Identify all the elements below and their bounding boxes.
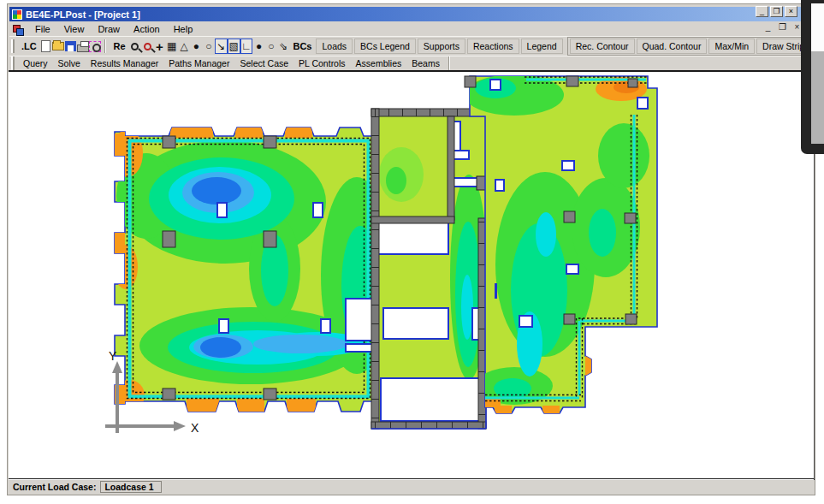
menu-bar: File View Draw Action Help _ ❐ × [9,22,813,36]
contour-plot: Y X [9,72,815,478]
select-case-button[interactable]: Select Case [234,57,293,69]
minimize-button[interactable]: _ [756,6,768,17]
zoom-select-icon [89,41,101,52]
load-case-value[interactable]: Loadcase 1 [100,481,161,493]
app-window: BE4E-PLPost - [Project 1] _ ❐ × File Vie… [7,3,815,495]
window-controls: _ ❐ × [756,6,797,17]
close-button[interactable]: × [785,6,797,17]
mdi-minimize-button[interactable]: _ [762,22,774,32]
load-case-label: Current Load Case: [13,482,96,492]
y-axis-label: Y [109,349,117,363]
page-icon [41,40,50,52]
magnifier-icon [131,43,139,50]
mdi-window-controls: _ ❐ × [762,22,803,32]
open-button[interactable] [52,39,64,54]
assemblies-button[interactable]: Assemblies [351,57,407,69]
screen: BE4E-PLPost - [Project 1] _ ❐ × File Vie… [0,0,824,504]
window-title: BE4E-PLPost - [Project 1] [26,9,140,20]
loads-button[interactable]: Loads [316,39,353,54]
node-hash-outline-button[interactable]: ○ [265,39,277,54]
toolbar-grip[interactable] [11,39,15,53]
title-bar[interactable]: BE4E-PLPost - [Project 1] [9,7,813,21]
node-filled-button[interactable]: ● [190,39,202,54]
pan-button[interactable]: + [153,39,165,54]
strip-tool-button[interactable]: ∟ [240,39,253,54]
select-tool-button[interactable]: ↘ [215,39,228,54]
main-toolbar: .LC Re + ▦ △ ● ○ ↘ ▧ ∟ ● ○ ⇘ BCs Loads B… [9,36,813,56]
results-manager-button[interactable]: Results Manager [86,57,163,69]
bcs-legend-button[interactable]: BCs Legend [354,39,416,54]
new-document-button[interactable] [40,39,52,54]
folder-icon [52,42,64,50]
menu-action[interactable]: Action [127,23,166,35]
quad-contour-button[interactable]: Quad. Contour [637,39,708,54]
mesh-button[interactable]: △ [178,39,190,54]
side-panel-scrollbar[interactable] [811,51,824,144]
contour-button-group: Rec. Contour Quad. Contour Max/Min Draw … [567,37,813,56]
toolbar-separator [448,56,450,70]
secondary-toolbar: Query Solve Results Manager Paths Manage… [9,56,813,70]
node-outline-button[interactable]: ○ [203,39,215,54]
zoom-select-button[interactable] [89,39,101,54]
menu-help[interactable]: Help [168,23,199,35]
menu-draw[interactable]: Draw [92,23,126,35]
solve-button[interactable]: Solve [53,57,86,69]
node-hash-filled-button[interactable]: ● [252,39,264,54]
paths-manager-button[interactable]: Paths Manager [163,57,234,69]
zoom-out-button[interactable] [129,39,141,54]
zoom-in-button[interactable] [141,39,153,54]
max-min-button[interactable]: Max/Min [708,39,755,54]
floppy-icon [65,41,76,51]
reactions-button[interactable]: Reactions [467,39,519,54]
bcs-button[interactable]: BCs [289,41,315,51]
print-button[interactable] [77,39,89,54]
side-panel-content [811,3,824,51]
beams-button[interactable]: Beams [406,57,445,69]
status-bar: Current Load Case: Loadcase 1 [9,479,814,494]
printer-icon [77,44,89,52]
app-logo-icon [12,9,22,20]
x-axis-label: X [191,421,199,435]
magnifier-plus-icon [144,43,151,50]
redraw-button[interactable]: Re [110,41,128,51]
mdi-document-icon[interactable] [13,25,22,34]
menu-file[interactable]: File [29,23,56,35]
legend-button[interactable]: Legend [521,39,563,54]
supports-button[interactable]: Supports [418,39,465,54]
side-panel-clipped[interactable] [801,0,824,154]
pointer-button[interactable]: ⇘ [277,39,289,54]
left-slab-region [112,127,393,412]
menu-view[interactable]: View [58,23,91,35]
lc-button[interactable]: .LC [18,41,40,51]
right-wing-region [465,74,657,413]
restore-button[interactable]: ❐ [770,6,783,17]
save-button[interactable] [64,39,76,54]
plot-canvas[interactable]: Y X [9,70,815,480]
mdi-restore-button[interactable]: ❐ [777,22,788,32]
rec-contour-button[interactable]: Rec. Contour [570,39,635,54]
pl-controls-button[interactable]: PL Controls [293,57,350,69]
toolbar-separator [104,39,106,53]
toolbar-grip[interactable] [11,56,15,70]
contour-tool-button[interactable]: ▧ [228,39,240,54]
query-button[interactable]: Query [18,57,53,69]
grid-button[interactable]: ▦ [166,39,178,54]
